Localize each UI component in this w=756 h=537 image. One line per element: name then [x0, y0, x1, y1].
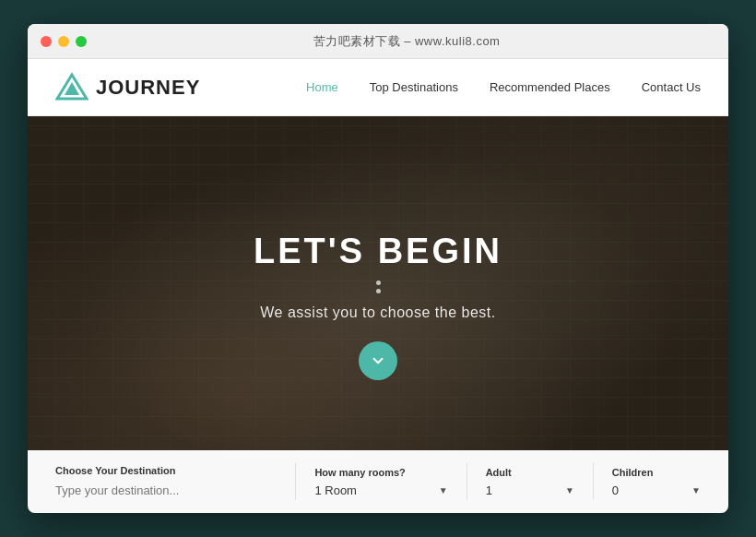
divider-2 — [467, 463, 467, 500]
adult-select[interactable]: 1 ▼ — [486, 483, 574, 497]
scroll-down-button[interactable] — [359, 341, 397, 380]
search-bar: Choose Your Destination How many rooms? … — [28, 450, 728, 513]
children-label: Children — [612, 467, 701, 478]
divider-3 — [593, 463, 594, 500]
nav-recommended-places[interactable]: Recommended Places — [490, 80, 610, 94]
browser-url-bar[interactable]: 苦力吧素材下载 – www.kuli8.com — [98, 33, 715, 50]
hero-dot-2 — [376, 289, 381, 293]
rooms-arrow-icon: ▼ — [439, 485, 448, 495]
website-content: JOURNEY Home Top Destinations Recommende… — [28, 59, 728, 513]
rooms-label: How many rooms? — [314, 467, 447, 478]
rooms-select[interactable]: 1 Room ▼ — [314, 483, 447, 497]
adult-value: 1 — [486, 483, 492, 497]
divider-1 — [295, 463, 296, 500]
adult-label: Adult — [486, 467, 574, 478]
nav-contact-us[interactable]: Contact Us — [642, 80, 701, 94]
traffic-light-yellow[interactable] — [58, 36, 69, 47]
chevron-down-icon — [370, 352, 386, 369]
navbar: JOURNEY Home Top Destinations Recommende… — [28, 59, 728, 116]
children-select[interactable]: 0 ▼ — [612, 483, 701, 497]
adult-arrow-icon: ▼ — [565, 485, 574, 495]
traffic-light-red[interactable] — [41, 36, 52, 47]
traffic-lights — [41, 36, 87, 47]
nav-top-destinations[interactable]: Top Destinations — [370, 80, 458, 94]
destination-field: Choose Your Destination — [55, 465, 277, 498]
children-field: Children 0 ▼ — [612, 467, 701, 497]
nav-links: Home Top Destinations Recommended Places… — [306, 80, 701, 94]
children-arrow-icon: ▼ — [691, 485, 701, 495]
destination-label: Choose Your Destination — [55, 465, 277, 476]
browser-window: 苦力吧素材下载 – www.kuli8.com JOURNEY Home Top… — [28, 24, 728, 513]
destination-input[interactable] — [55, 483, 277, 497]
hero-title: LET'S BEGIN — [254, 232, 502, 271]
rooms-value: 1 Room — [314, 483, 357, 497]
children-value: 0 — [612, 483, 619, 497]
logo[interactable]: JOURNEY — [55, 71, 200, 104]
hero-dots — [254, 280, 502, 293]
hero-subtitle: We assist you to choose the best. — [254, 304, 502, 321]
traffic-light-green[interactable] — [76, 36, 87, 47]
logo-icon — [55, 71, 89, 104]
rooms-field: How many rooms? 1 Room ▼ — [314, 467, 447, 497]
browser-chrome: 苦力吧素材下载 – www.kuli8.com — [28, 24, 728, 59]
nav-home[interactable]: Home — [306, 80, 338, 94]
hero-section: LET'S BEGIN We assist you to choose the … — [28, 116, 728, 513]
hero-dot-1 — [376, 280, 381, 285]
logo-text: JOURNEY — [96, 76, 200, 100]
adult-field: Adult 1 ▼ — [486, 467, 574, 497]
hero-content: LET'S BEGIN We assist you to choose the … — [254, 232, 502, 399]
